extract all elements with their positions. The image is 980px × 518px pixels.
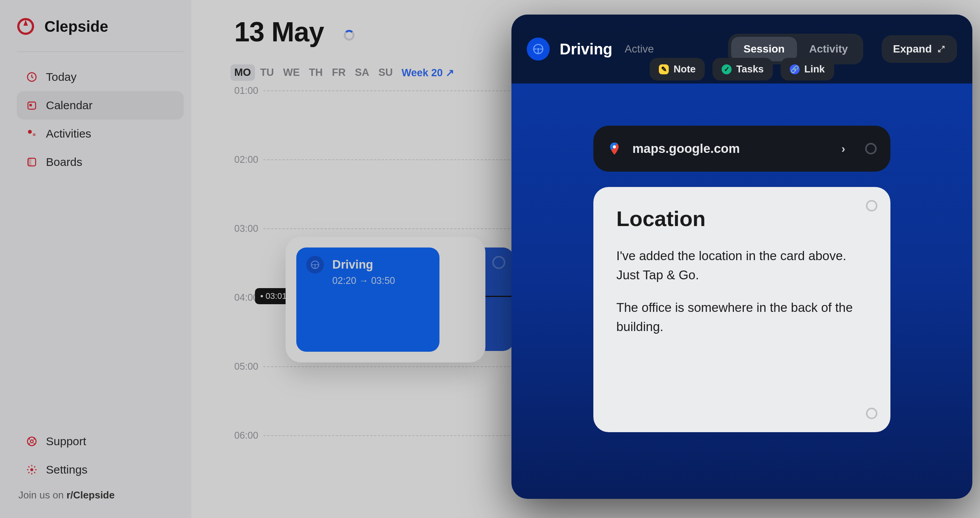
tasks-icon: ✓ <box>722 64 732 74</box>
brand: Clepside <box>17 18 184 35</box>
activities-icon <box>26 128 38 139</box>
svg-point-9 <box>30 440 33 443</box>
svg-point-4 <box>28 130 32 134</box>
weekday-sa[interactable]: SA <box>355 67 369 79</box>
hour-label: 02:00 <box>234 154 258 165</box>
card-handle-icon[interactable] <box>866 408 877 419</box>
card-handle-icon[interactable] <box>865 143 877 154</box>
chip-note[interactable]: ✎Note <box>650 58 705 80</box>
event-card[interactable]: Driving 02:20 → 03:50 <box>296 248 439 352</box>
weekday-su[interactable]: SU <box>379 67 393 79</box>
panel-chips: ✎Note ✓Tasks 🔗Link <box>511 58 972 84</box>
drag-handle-icon[interactable] <box>492 256 505 269</box>
weekday-we[interactable]: WE <box>283 67 300 79</box>
footer-community-link[interactable]: Join us on r/Clepside <box>17 484 184 507</box>
chip-tasks[interactable]: ✓Tasks <box>712 58 773 80</box>
panel-status: Active <box>625 43 654 55</box>
loading-spinner-icon <box>344 30 354 41</box>
sidebar-item-today[interactable]: Today <box>17 63 184 91</box>
boards-icon <box>26 156 38 168</box>
hour-label: 01:00 <box>234 85 258 96</box>
svg-point-12 <box>314 264 316 266</box>
link-icon: 🔗 <box>790 64 800 74</box>
event-title: Driving <box>332 258 373 272</box>
chip-link[interactable]: 🔗Link <box>781 58 834 80</box>
steering-wheel-icon <box>527 38 550 61</box>
panel-header: Driving Active Session Activity Expand ✎… <box>511 15 972 84</box>
brand-name: Clepside <box>44 18 108 35</box>
clock-icon <box>26 71 38 83</box>
sidebar-item-label: Settings <box>46 463 87 476</box>
sidebar-item-support[interactable]: Support <box>17 427 184 456</box>
detail-panel: Driving Active Session Activity Expand ✎… <box>511 15 972 499</box>
panel-title: Driving <box>560 41 612 58</box>
weekday-row: MO TU WE TH FR SA SU <box>234 67 393 79</box>
calendar-icon <box>26 100 38 111</box>
chevron-right-icon: › <box>841 142 845 155</box>
sidebar-item-activities[interactable]: Activities <box>17 120 184 148</box>
event-selected[interactable]: Driving 02:20 → 03:50 <box>286 237 485 362</box>
sidebar-item-label: Boards <box>46 156 82 169</box>
link-card[interactable]: maps.google.com › <box>593 126 890 172</box>
card-handle-icon[interactable] <box>866 200 877 211</box>
sidebar-item-boards[interactable]: Boards <box>17 148 184 176</box>
maps-pin-icon <box>607 141 622 156</box>
svg-rect-3 <box>29 104 32 106</box>
note-icon: ✎ <box>659 64 669 74</box>
sidebar-divider <box>17 51 184 52</box>
note-card[interactable]: Location I've added the location in the … <box>593 187 890 432</box>
panel-body: maps.google.com › Location I've added th… <box>511 84 972 432</box>
weekday-tu[interactable]: TU <box>260 67 274 79</box>
link-url: maps.google.com <box>632 141 740 156</box>
gear-icon <box>26 464 38 475</box>
hour-label: 05:00 <box>234 361 258 372</box>
event-time: 02:20 → 03:50 <box>332 275 430 286</box>
expand-icon <box>937 45 946 53</box>
note-paragraph: The office is somewhere in the back of t… <box>616 298 867 336</box>
week-link[interactable]: Week 20 ↗ <box>402 67 454 79</box>
svg-point-14 <box>537 48 539 50</box>
sidebar-item-label: Today <box>46 70 77 84</box>
sidebar-item-label: Calendar <box>46 99 93 112</box>
hour-label: 06:00 <box>234 430 258 441</box>
sidebar-item-label: Support <box>46 435 86 448</box>
note-title: Location <box>616 206 867 231</box>
support-icon <box>26 436 38 447</box>
sidebar-item-label: Activities <box>46 127 91 140</box>
weekday-mo[interactable]: MO <box>230 64 255 81</box>
svg-point-15 <box>613 145 616 148</box>
date-heading: 13 May <box>234 16 324 48</box>
svg-point-10 <box>30 468 33 471</box>
weekday-th[interactable]: TH <box>309 67 323 79</box>
hour-label: 03:00 <box>234 223 258 234</box>
brand-logo-icon <box>17 18 34 35</box>
sidebar: Clepside Today Calendar Activities Board… <box>0 0 191 518</box>
svg-point-5 <box>33 133 36 136</box>
sidebar-item-settings[interactable]: Settings <box>17 456 184 484</box>
steering-wheel-icon <box>306 256 324 274</box>
weekday-fr[interactable]: FR <box>332 67 346 79</box>
note-paragraph: I've added the location in the card abov… <box>616 246 867 284</box>
svg-rect-7 <box>28 158 31 166</box>
sidebar-item-calendar[interactable]: Calendar <box>17 91 184 120</box>
